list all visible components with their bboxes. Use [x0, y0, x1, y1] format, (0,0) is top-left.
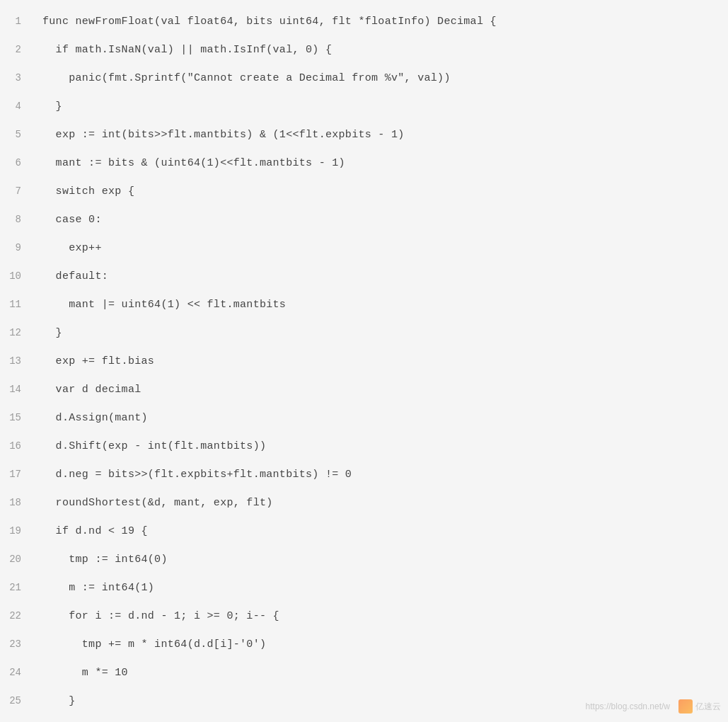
line-content: m := int64(1) [35, 573, 728, 602]
line-content: m *= 10 [35, 658, 728, 687]
line-number: 7 [0, 177, 35, 205]
line-content: if math.IsNaN(val) || math.IsInf(val, 0)… [35, 35, 728, 64]
code-container: 1func newFromFloat(val float64, bits uin… [0, 0, 728, 722]
line-content: d.Shift(exp - int(flt.mantbits)) [35, 432, 728, 460]
line-number: 5 [0, 120, 35, 149]
line-number: 9 [0, 234, 35, 262]
table-row: 11 mant |= uint64(1) << flt.mantbits [0, 290, 728, 319]
line-content: exp := int(bits>>flt.mantbits) & (1<<flt… [35, 120, 728, 149]
line-content: tmp += m * int64(d.d[i]-'0') [35, 630, 728, 658]
table-row: 7 switch exp { [0, 177, 728, 205]
line-content: mant |= uint64(1) << flt.mantbits [35, 290, 728, 319]
line-content: d.Assign(mant) [35, 403, 728, 432]
line-content: } [35, 92, 728, 120]
line-number: 2 [0, 35, 35, 64]
watermark: https://blog.csdn.net/w 亿速云 [586, 699, 721, 714]
code-table: 1func newFromFloat(val float64, bits uin… [0, 7, 728, 715]
line-number: 17 [0, 460, 35, 488]
table-row: 5 exp := int(bits>>flt.mantbits) & (1<<f… [0, 120, 728, 149]
line-number: 23 [0, 630, 35, 658]
line-content: for i := d.nd - 1; i >= 0; i-- { [35, 602, 728, 630]
table-row: 16 d.Shift(exp - int(flt.mantbits)) [0, 432, 728, 460]
line-content: exp += flt.bias [35, 347, 728, 375]
table-row: 18 roundShortest(&d, mant, exp, flt) [0, 488, 728, 517]
line-content: roundShortest(&d, mant, exp, flt) [35, 488, 728, 517]
table-row: 21 m := int64(1) [0, 573, 728, 602]
line-content: tmp := int64(0) [35, 545, 728, 573]
line-number: 15 [0, 403, 35, 432]
line-content: panic(fmt.Sprintf("Cannot create a Decim… [35, 64, 728, 92]
line-number: 11 [0, 290, 35, 319]
table-row: 20 tmp := int64(0) [0, 545, 728, 573]
line-content: func newFromFloat(val float64, bits uint… [35, 7, 728, 35]
line-number: 18 [0, 488, 35, 517]
line-content: if d.nd < 19 { [35, 517, 728, 545]
table-row: 4 } [0, 92, 728, 120]
table-row: 3 panic(fmt.Sprintf("Cannot create a Dec… [0, 64, 728, 92]
table-row: 10 default: [0, 262, 728, 290]
line-number: 3 [0, 64, 35, 92]
line-content: case 0: [35, 205, 728, 234]
line-number: 19 [0, 517, 35, 545]
table-row: 19 if d.nd < 19 { [0, 517, 728, 545]
line-content: switch exp { [35, 177, 728, 205]
table-row: 23 tmp += m * int64(d.d[i]-'0') [0, 630, 728, 658]
line-content: var d decimal [35, 375, 728, 403]
line-number: 20 [0, 545, 35, 573]
table-row: 6 mant := bits & (uint64(1)<<flt.mantbit… [0, 149, 728, 177]
line-number: 14 [0, 375, 35, 403]
line-number: 24 [0, 658, 35, 687]
line-number: 1 [0, 7, 35, 35]
table-row: 1func newFromFloat(val float64, bits uin… [0, 7, 728, 35]
line-number: 6 [0, 149, 35, 177]
line-content: } [35, 319, 728, 347]
watermark-url: https://blog.csdn.net/w [586, 701, 670, 711]
table-row: 17 d.neg = bits>>(flt.expbits+flt.mantbi… [0, 460, 728, 488]
table-row: 22 for i := d.nd - 1; i >= 0; i-- { [0, 602, 728, 630]
line-number: 10 [0, 262, 35, 290]
line-number: 12 [0, 319, 35, 347]
line-number: 22 [0, 602, 35, 630]
line-number: 16 [0, 432, 35, 460]
table-row: 13 exp += flt.bias [0, 347, 728, 375]
table-row: 24 m *= 10 [0, 658, 728, 687]
line-number: 13 [0, 347, 35, 375]
table-row: 9 exp++ [0, 234, 728, 262]
table-row: 14 var d decimal [0, 375, 728, 403]
table-row: 15 d.Assign(mant) [0, 403, 728, 432]
line-number: 21 [0, 573, 35, 602]
logo-label: 亿速云 [695, 701, 721, 713]
watermark-logo-text: 亿速云 [678, 699, 721, 714]
line-number: 25 [0, 687, 35, 715]
line-content: default: [35, 262, 728, 290]
table-row: 12 } [0, 319, 728, 347]
line-number: 4 [0, 92, 35, 120]
line-number: 8 [0, 205, 35, 234]
line-content: mant := bits & (uint64(1)<<flt.mantbits … [35, 149, 728, 177]
logo-icon [678, 699, 693, 714]
line-content: d.neg = bits>>(flt.expbits+flt.mantbits)… [35, 460, 728, 488]
line-content: exp++ [35, 234, 728, 262]
table-row: 8 case 0: [0, 205, 728, 234]
table-row: 2 if math.IsNaN(val) || math.IsInf(val, … [0, 35, 728, 64]
